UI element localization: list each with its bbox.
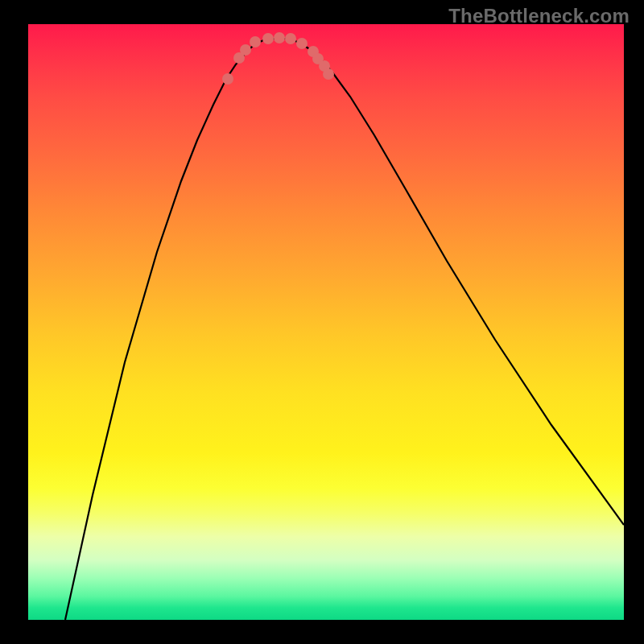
curve-marker: [285, 33, 296, 44]
curve-marker: [274, 32, 285, 43]
curve-marker: [262, 33, 274, 44]
plot-area: [28, 24, 624, 620]
curve-marker: [296, 38, 308, 49]
watermark-text: TheBottleneck.com: [448, 5, 630, 27]
bottleneck-curve: [65, 39, 624, 620]
chart-svg: [28, 24, 624, 620]
curve-marker: [240, 44, 251, 56]
curve-marker: [250, 36, 261, 47]
curve-markers: [222, 32, 334, 85]
chart-frame: TheBottleneck.com: [0, 0, 644, 644]
curve-marker: [323, 68, 334, 80]
curve-marker: [222, 73, 233, 85]
